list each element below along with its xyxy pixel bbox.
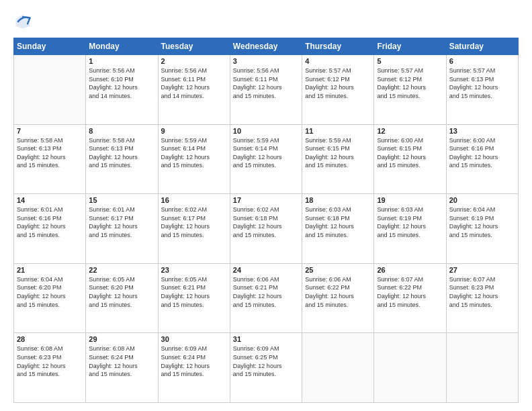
day-number: 14 xyxy=(17,196,83,204)
day-info: Sunrise: 5:58 AMSunset: 6:13 PMDaylight:… xyxy=(89,136,154,170)
day-info: Sunrise: 6:01 AMSunset: 6:17 PMDaylight:… xyxy=(89,205,154,239)
day-number: 8 xyxy=(89,127,154,135)
calendar-header-monday: Monday xyxy=(86,38,158,55)
day-info: Sunrise: 6:02 AMSunset: 6:17 PMDaylight:… xyxy=(161,205,227,239)
day-number: 31 xyxy=(233,335,299,343)
day-info: Sunrise: 6:07 AMSunset: 6:23 PMDaylight:… xyxy=(449,275,515,309)
calendar-cell: 16Sunrise: 6:02 AMSunset: 6:17 PMDayligh… xyxy=(158,194,230,264)
calendar-cell: 19Sunrise: 6:03 AMSunset: 6:19 PMDayligh… xyxy=(374,194,446,264)
day-number: 21 xyxy=(17,266,83,274)
day-info: Sunrise: 5:56 AMSunset: 6:11 PMDaylight:… xyxy=(161,66,227,100)
calendar-cell: 10Sunrise: 5:59 AMSunset: 6:14 PMDayligh… xyxy=(230,124,302,194)
day-info: Sunrise: 5:59 AMSunset: 6:15 PMDaylight:… xyxy=(305,136,371,170)
day-info: Sunrise: 6:08 AMSunset: 6:24 PMDaylight:… xyxy=(89,345,154,378)
calendar-cell: 6Sunrise: 5:57 AMSunset: 6:13 PMDaylight… xyxy=(446,55,518,125)
calendar-cell: 2Sunrise: 5:56 AMSunset: 6:11 PMDaylight… xyxy=(158,55,230,125)
calendar-cell: 25Sunrise: 6:06 AMSunset: 6:22 PMDayligh… xyxy=(302,263,374,333)
day-info: Sunrise: 6:00 AMSunset: 6:15 PMDaylight:… xyxy=(377,136,443,170)
day-info: Sunrise: 5:56 AMSunset: 6:10 PMDaylight:… xyxy=(89,66,154,100)
calendar-cell: 14Sunrise: 6:01 AMSunset: 6:16 PMDayligh… xyxy=(14,194,86,264)
calendar-cell: 26Sunrise: 6:07 AMSunset: 6:22 PMDayligh… xyxy=(374,263,446,333)
calendar-cell: 15Sunrise: 6:01 AMSunset: 6:17 PMDayligh… xyxy=(86,194,158,264)
calendar-cell: 28Sunrise: 6:08 AMSunset: 6:23 PMDayligh… xyxy=(14,333,86,403)
calendar-week-3: 14Sunrise: 6:01 AMSunset: 6:16 PMDayligh… xyxy=(14,194,519,264)
day-info: Sunrise: 6:04 AMSunset: 6:19 PMDaylight:… xyxy=(449,205,515,239)
calendar-cell: 21Sunrise: 6:04 AMSunset: 6:20 PMDayligh… xyxy=(14,263,86,333)
calendar-cell: 13Sunrise: 6:00 AMSunset: 6:16 PMDayligh… xyxy=(446,124,518,194)
day-number: 19 xyxy=(377,196,443,204)
calendar-week-1: 1Sunrise: 5:56 AMSunset: 6:10 PMDaylight… xyxy=(14,55,519,125)
day-number: 17 xyxy=(233,196,299,204)
calendar-cell: 3Sunrise: 5:56 AMSunset: 6:11 PMDaylight… xyxy=(230,55,302,125)
day-number: 3 xyxy=(233,57,299,65)
calendar-week-5: 28Sunrise: 6:08 AMSunset: 6:23 PMDayligh… xyxy=(14,333,519,403)
day-number: 28 xyxy=(17,335,83,343)
day-number: 23 xyxy=(161,266,227,274)
day-number: 29 xyxy=(89,335,154,343)
calendar-week-4: 21Sunrise: 6:04 AMSunset: 6:20 PMDayligh… xyxy=(14,263,519,333)
day-info: Sunrise: 6:01 AMSunset: 6:16 PMDaylight:… xyxy=(17,205,83,239)
day-number: 27 xyxy=(449,266,515,274)
calendar-cell: 17Sunrise: 6:02 AMSunset: 6:18 PMDayligh… xyxy=(230,194,302,264)
logo xyxy=(13,12,35,31)
day-info: Sunrise: 6:05 AMSunset: 6:20 PMDaylight:… xyxy=(89,275,154,309)
calendar-cell: 23Sunrise: 6:05 AMSunset: 6:21 PMDayligh… xyxy=(158,263,230,333)
day-info: Sunrise: 5:57 AMSunset: 6:12 PMDaylight:… xyxy=(305,66,371,100)
day-number: 18 xyxy=(305,196,371,204)
calendar-cell: 27Sunrise: 6:07 AMSunset: 6:23 PMDayligh… xyxy=(446,263,518,333)
day-info: Sunrise: 6:00 AMSunset: 6:16 PMDaylight:… xyxy=(449,136,515,170)
day-number: 24 xyxy=(233,266,299,274)
day-number: 12 xyxy=(377,127,443,135)
calendar-cell: 30Sunrise: 6:09 AMSunset: 6:24 PMDayligh… xyxy=(158,333,230,403)
day-info: Sunrise: 6:04 AMSunset: 6:20 PMDaylight:… xyxy=(17,275,83,309)
calendar-cell xyxy=(302,333,374,403)
day-info: Sunrise: 6:03 AMSunset: 6:19 PMDaylight:… xyxy=(377,205,443,239)
generalblue-logo-icon xyxy=(13,12,32,31)
calendar-header-sunday: Sunday xyxy=(14,38,86,55)
day-number: 26 xyxy=(377,266,443,274)
calendar-header-tuesday: Tuesday xyxy=(158,38,230,55)
day-number: 1 xyxy=(89,57,154,65)
day-number: 20 xyxy=(449,196,515,204)
calendar-cell: 1Sunrise: 5:56 AMSunset: 6:10 PMDaylight… xyxy=(86,55,158,125)
day-number: 7 xyxy=(17,127,83,135)
day-number: 22 xyxy=(89,266,154,274)
calendar-cell: 29Sunrise: 6:08 AMSunset: 6:24 PMDayligh… xyxy=(86,333,158,403)
day-info: Sunrise: 6:03 AMSunset: 6:18 PMDaylight:… xyxy=(305,205,371,239)
calendar-cell: 11Sunrise: 5:59 AMSunset: 6:15 PMDayligh… xyxy=(302,124,374,194)
calendar-cell xyxy=(446,333,518,403)
calendar-header-thursday: Thursday xyxy=(302,38,374,55)
day-info: Sunrise: 6:09 AMSunset: 6:25 PMDaylight:… xyxy=(233,345,299,378)
calendar-cell: 24Sunrise: 6:06 AMSunset: 6:21 PMDayligh… xyxy=(230,263,302,333)
calendar-cell: 22Sunrise: 6:05 AMSunset: 6:20 PMDayligh… xyxy=(86,263,158,333)
day-number: 2 xyxy=(161,57,227,65)
calendar-cell: 20Sunrise: 6:04 AMSunset: 6:19 PMDayligh… xyxy=(446,194,518,264)
day-number: 5 xyxy=(377,57,443,65)
calendar-header-friday: Friday xyxy=(374,38,446,55)
day-number: 13 xyxy=(449,127,515,135)
calendar-cell xyxy=(374,333,446,403)
calendar-table: SundayMondayTuesdayWednesdayThursdayFrid… xyxy=(13,38,519,403)
day-info: Sunrise: 5:56 AMSunset: 6:11 PMDaylight:… xyxy=(233,66,299,100)
day-number: 11 xyxy=(305,127,371,135)
day-info: Sunrise: 6:08 AMSunset: 6:23 PMDaylight:… xyxy=(17,345,83,378)
calendar-cell: 9Sunrise: 5:59 AMSunset: 6:14 PMDaylight… xyxy=(158,124,230,194)
day-info: Sunrise: 5:57 AMSunset: 6:12 PMDaylight:… xyxy=(377,66,443,100)
calendar-cell: 31Sunrise: 6:09 AMSunset: 6:25 PMDayligh… xyxy=(230,333,302,403)
calendar-cell: 4Sunrise: 5:57 AMSunset: 6:12 PMDaylight… xyxy=(302,55,374,125)
day-info: Sunrise: 5:59 AMSunset: 6:14 PMDaylight:… xyxy=(233,136,299,170)
day-info: Sunrise: 6:05 AMSunset: 6:21 PMDaylight:… xyxy=(161,275,227,309)
calendar-cell: 18Sunrise: 6:03 AMSunset: 6:18 PMDayligh… xyxy=(302,194,374,264)
calendar-header-wednesday: Wednesday xyxy=(230,38,302,55)
day-number: 16 xyxy=(161,196,227,204)
day-info: Sunrise: 5:58 AMSunset: 6:13 PMDaylight:… xyxy=(17,136,83,170)
day-info: Sunrise: 6:02 AMSunset: 6:18 PMDaylight:… xyxy=(233,205,299,239)
calendar-header-saturday: Saturday xyxy=(446,38,518,55)
calendar-cell: 7Sunrise: 5:58 AMSunset: 6:13 PMDaylight… xyxy=(14,124,86,194)
page: SundayMondayTuesdayWednesdayThursdayFrid… xyxy=(0,0,532,411)
day-number: 6 xyxy=(449,57,515,65)
day-info: Sunrise: 5:57 AMSunset: 6:13 PMDaylight:… xyxy=(449,66,515,100)
day-number: 30 xyxy=(161,335,227,343)
day-info: Sunrise: 5:59 AMSunset: 6:14 PMDaylight:… xyxy=(161,136,227,170)
day-number: 10 xyxy=(233,127,299,135)
